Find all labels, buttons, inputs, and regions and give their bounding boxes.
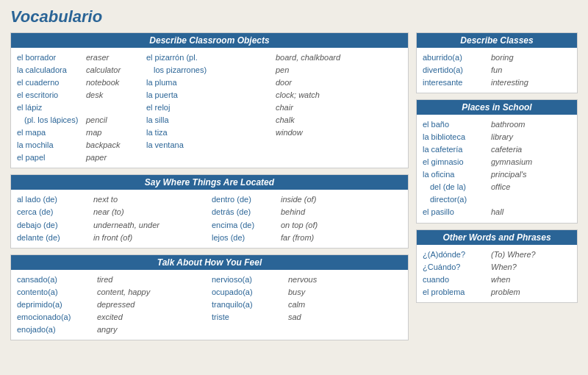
how-feel-section: Talk About How You Feel cansado(a)tired … xyxy=(10,254,409,340)
list-item: dentro (de)inside (of) xyxy=(212,193,402,206)
other-words-section: Other Words and Phrases ¿(A)dónde?(To) W… xyxy=(416,229,578,303)
describe-classroom-section: Describe Classroom Objects el borradorer… xyxy=(10,32,409,168)
list-item: la silla xyxy=(146,114,273,126)
where-col1: al lado (de)next to cerca (de)near (to) … xyxy=(17,193,207,243)
classroom-col1: el borradoreraser la calculadoracalculat… xyxy=(17,51,143,164)
where-things-header: Say Where Things Are Located xyxy=(11,175,408,190)
list-item: la bibliotecalibrary xyxy=(423,131,571,143)
list-item: el bañobathroom xyxy=(423,118,571,131)
where-things-body: al lado (de)next to cerca (de)near (to) … xyxy=(11,190,408,247)
left-column: Describe Classroom Objects el borradorer… xyxy=(10,32,409,340)
places-header: Places in School xyxy=(417,100,577,115)
list-item: el lápiz xyxy=(17,101,143,114)
list-item: debajo (de)underneath, under xyxy=(17,219,207,232)
places-body: el bañobathroom la bibliotecalibrary la … xyxy=(417,115,577,222)
list-item: al lado (de)next to xyxy=(17,193,207,206)
list-item: los pizarrones) xyxy=(146,64,273,76)
describe-classes-body: aburrido(a)boring divertido(a)fun intere… xyxy=(417,48,577,93)
feel-col2: nervioso(a)nervous ocupado(a)busy tranqu… xyxy=(212,274,402,336)
list-item: la ventana xyxy=(146,139,273,151)
describe-classroom-body: el borradoreraser la calculadoracalculat… xyxy=(11,48,408,168)
list-item: el pizarrón (pl. xyxy=(146,51,273,64)
list-item: window xyxy=(276,126,402,139)
list-item: aburrido(a)boring xyxy=(423,51,571,64)
list-item: ¿(A)dónde?(To) Where? xyxy=(423,249,571,261)
list-item: la mochilabackpack xyxy=(17,139,143,151)
list-item: la tiza xyxy=(146,126,273,139)
list-item: divertido(a)fun xyxy=(423,64,571,76)
list-item: el papelpaper xyxy=(17,151,143,164)
list-item: del (de la)office xyxy=(423,181,571,193)
how-feel-header: Talk About How You Feel xyxy=(11,255,408,270)
list-item: la oficinaprincipal's xyxy=(423,168,571,181)
list-item: el reloj xyxy=(146,101,273,114)
list-item: emocionado(a)excited xyxy=(17,311,207,324)
where-things-section: Say Where Things Are Located al lado (de… xyxy=(10,174,409,248)
list-item: lejos (de)far (from) xyxy=(212,232,402,244)
list-item: pen xyxy=(276,64,402,76)
other-words-header: Other Words and Phrases xyxy=(417,230,577,245)
main-layout: Describe Classroom Objects el borradorer… xyxy=(10,32,578,340)
list-item: encima (de)on top (of) xyxy=(212,219,402,232)
list-item: ¿Cuándo?When? xyxy=(423,261,571,274)
list-item: (pl. los lápices)pencil xyxy=(17,114,143,126)
list-item: cerca (de)near (to) xyxy=(17,206,207,218)
where-col2: dentro (de)inside (of) detrás (de)behind… xyxy=(212,193,402,243)
describe-classes-header: Describe Classes xyxy=(417,33,577,48)
list-item: el borradoreraser xyxy=(17,51,143,64)
describe-classroom-header: Describe Classroom Objects xyxy=(11,33,408,48)
list-item: el pasillohall xyxy=(423,206,571,218)
list-item: la pluma xyxy=(146,76,273,89)
list-item: tristesad xyxy=(212,311,402,324)
list-item: ocupado(a)busy xyxy=(212,286,402,299)
classroom-col3: board, chalkboard pen door clock; watch … xyxy=(276,51,402,164)
list-item: el problemaproblem xyxy=(423,286,571,299)
list-item: detrás (de)behind xyxy=(212,206,402,218)
list-item: tranquilo(a)calm xyxy=(212,299,402,311)
list-item: interesanteinteresting xyxy=(423,76,571,89)
describe-classes-section: Describe Classes aburrido(a)boring diver… xyxy=(416,32,578,93)
list-item: la cafeteríacafeteria xyxy=(423,143,571,156)
list-item: door xyxy=(276,76,402,89)
classroom-col2: el pizarrón (pl. los pizarrones) la plum… xyxy=(146,51,273,164)
places-section: Places in School el bañobathroom la bibl… xyxy=(416,99,578,223)
list-item: nervioso(a)nervous xyxy=(212,274,402,286)
list-item: cansado(a)tired xyxy=(17,274,207,286)
right-column: Describe Classes aburrido(a)boring diver… xyxy=(416,32,578,340)
list-item: la calculadoracalculator xyxy=(17,64,143,76)
list-item: chair xyxy=(276,101,402,114)
list-item: contento(a)content, happy xyxy=(17,286,207,299)
other-words-body: ¿(A)dónde?(To) Where? ¿Cuándo?When? cuan… xyxy=(417,245,577,302)
feel-col1: cansado(a)tired contento(a)content, happ… xyxy=(17,274,207,336)
list-item: el escritoriodesk xyxy=(17,89,143,101)
list-item: el mapamap xyxy=(17,126,143,139)
list-item: la puerta xyxy=(146,89,273,101)
list-item: board, chalkboard xyxy=(276,51,402,64)
page-title: Vocabulario xyxy=(10,7,578,26)
list-item: clock; watch xyxy=(276,89,402,101)
list-item: deprimido(a)depressed xyxy=(17,299,207,311)
list-item: el cuadernonotebook xyxy=(17,76,143,89)
how-feel-body: cansado(a)tired contento(a)content, happ… xyxy=(11,270,408,340)
list-item: director(a) xyxy=(423,193,571,206)
list-item: enojado(a)angry xyxy=(17,324,207,336)
list-item: delante (de)in front (of) xyxy=(17,232,207,244)
list-item: el gimnasiogymnasium xyxy=(423,156,571,168)
list-item: chalk xyxy=(276,114,402,126)
list-item: cuandowhen xyxy=(423,274,571,286)
